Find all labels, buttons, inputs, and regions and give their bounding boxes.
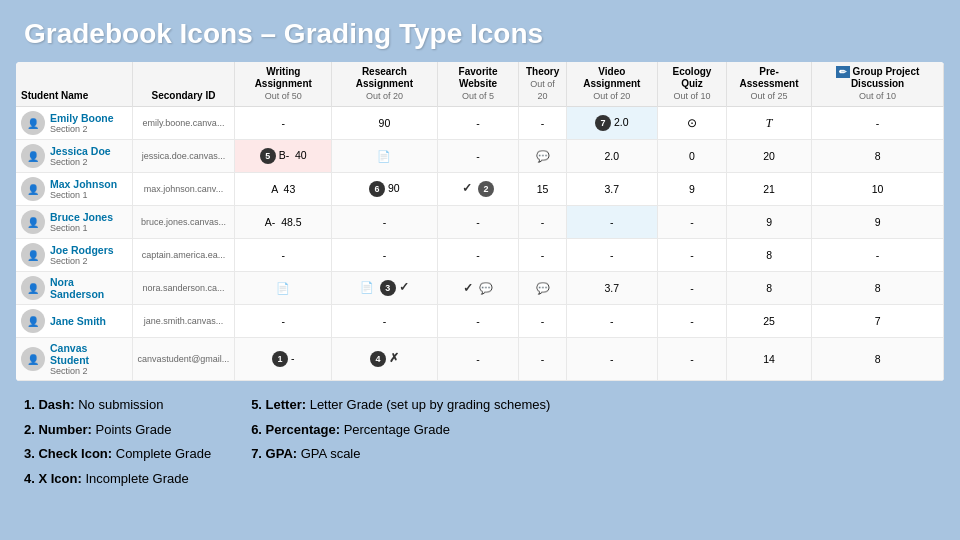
legend-item-1: 1. Dash: No submission (24, 393, 211, 418)
badge-4: 4 (370, 351, 386, 367)
col-website: Favorite WebsiteOut of 5 (437, 62, 519, 107)
table-row: 👤 Emily Boone Section 2 emily.boone.canv… (16, 107, 944, 140)
col-group: ✏ Group Project DiscussionOut of 10 (812, 62, 944, 107)
theory-cell: - (519, 338, 566, 381)
writing-cell: 1 - (235, 338, 332, 381)
group-cell: - (812, 239, 944, 272)
preassess-cell: 21 (726, 173, 811, 206)
table-row: 👤 Canvas Student Section 2 canvastudent@… (16, 338, 944, 381)
ecology-cell: - (657, 206, 726, 239)
video-cell: - (566, 239, 657, 272)
badge-3: 3 (380, 280, 396, 296)
research-cell: 3 (332, 272, 437, 305)
video-cell: 3.7 (566, 173, 657, 206)
avatar: 👤 (21, 111, 45, 135)
col-preassess: Pre-AssessmentOut of 25 (726, 62, 811, 107)
research-cell: 6 90 (332, 173, 437, 206)
badge-2: 2 (478, 181, 494, 197)
legend-section: 1. Dash: No submission 2. Number: Points… (0, 381, 960, 504)
avatar: 👤 (21, 210, 45, 234)
student-id: captain.america.ea... (132, 239, 235, 272)
student-cell: 👤 Jessica Doe Section 2 (16, 140, 132, 173)
badge-6: 6 (369, 181, 385, 197)
video-cell: - (566, 206, 657, 239)
group-cell: 8 (812, 338, 944, 381)
research-cell: 4 (332, 338, 437, 381)
group-cell: 9 (812, 206, 944, 239)
writing-cell: - (235, 107, 332, 140)
col-video: Video AssignmentOut of 20 (566, 62, 657, 107)
video-cell: 2.0 (566, 140, 657, 173)
legend-item-6: 6. Percentage: Percentage Grade (251, 418, 550, 443)
website-cell: - (437, 239, 519, 272)
student-cell: 👤 Canvas Student Section 2 (16, 338, 132, 381)
avatar: 👤 (21, 144, 45, 168)
avatar: 👤 (21, 309, 45, 333)
student-id: nora.sanderson.ca... (132, 272, 235, 305)
ecology-cell: - (657, 239, 726, 272)
group-cell: 10 (812, 173, 944, 206)
preassess-cell (726, 107, 811, 140)
badge-1: 1 (272, 351, 288, 367)
group-cell: 8 (812, 272, 944, 305)
theory-cell (519, 140, 566, 173)
avatar: 👤 (21, 177, 45, 201)
student-cell: 👤 Nora Sanderson (16, 272, 132, 305)
col-secondary-id: Secondary ID (132, 62, 235, 107)
ecology-cell (657, 107, 726, 140)
student-cell: 👤 Max Johnson Section 1 (16, 173, 132, 206)
research-cell: - (332, 239, 437, 272)
table-row: 👤 Jane Smith jane.smith.canvas... - - - … (16, 305, 944, 338)
writing-cell: - (235, 305, 332, 338)
legend-item-2: 2. Number: Points Grade (24, 418, 211, 443)
theory-cell: - (519, 305, 566, 338)
student-cell: 👤 Jane Smith (16, 305, 132, 338)
preassess-cell: 14 (726, 338, 811, 381)
table-row: 👤 Max Johnson Section 1 max.johnson.canv… (16, 173, 944, 206)
gradebook-table-container: Student Name Secondary ID Writing Assign… (16, 62, 944, 381)
student-cell: 👤 Emily Boone Section 2 (16, 107, 132, 140)
website-cell: - (437, 140, 519, 173)
ecology-cell: 0 (657, 140, 726, 173)
legend-item-7: 7. GPA: GPA scale (251, 442, 550, 467)
col-student-name: Student Name (16, 62, 132, 107)
website-cell: - (437, 206, 519, 239)
preassess-cell: 8 (726, 272, 811, 305)
student-cell: 👤 Joe Rodgers Section 2 (16, 239, 132, 272)
ecology-cell: - (657, 272, 726, 305)
col-theory: TheoryOut of 20 (519, 62, 566, 107)
table-row: 👤 Joe Rodgers Section 2 captain.america.… (16, 239, 944, 272)
preassess-cell: 8 (726, 239, 811, 272)
preassess-cell: 25 (726, 305, 811, 338)
student-id: bruce.jones.canvas... (132, 206, 235, 239)
theory-cell: 15 (519, 173, 566, 206)
group-cell: - (812, 107, 944, 140)
col-ecology: Ecology QuizOut of 10 (657, 62, 726, 107)
website-cell: - (437, 107, 519, 140)
legend-item-4: 4. X Icon: Incomplete Grade (24, 467, 211, 492)
badge-7: 7 (595, 115, 611, 131)
video-cell: - (566, 338, 657, 381)
research-cell: - (332, 305, 437, 338)
gradebook-table: Student Name Secondary ID Writing Assign… (16, 62, 944, 381)
website-cell (437, 272, 519, 305)
preassess-cell: 20 (726, 140, 811, 173)
video-cell: 3.7 (566, 272, 657, 305)
page-title: Gradebook Icons – Grading Type Icons (0, 0, 960, 62)
table-row: 👤 Nora Sanderson nora.sanderson.ca... 3 … (16, 272, 944, 305)
theory-cell: - (519, 107, 566, 140)
website-cell: - (437, 305, 519, 338)
research-cell (332, 140, 437, 173)
avatar: 👤 (21, 347, 45, 371)
table-row: 👤 Jessica Doe Section 2 jessica.doe.canv… (16, 140, 944, 173)
student-id: jane.smith.canvas... (132, 305, 235, 338)
ecology-cell: - (657, 338, 726, 381)
student-id: jessica.doe.canvas... (132, 140, 235, 173)
group-cell: 8 (812, 140, 944, 173)
writing-cell: A 43 (235, 173, 332, 206)
avatar: 👤 (21, 276, 45, 300)
avatar: 👤 (21, 243, 45, 267)
writing-cell: 5 B- 40 (235, 140, 332, 173)
group-cell: 7 (812, 305, 944, 338)
website-cell: 2 (437, 173, 519, 206)
